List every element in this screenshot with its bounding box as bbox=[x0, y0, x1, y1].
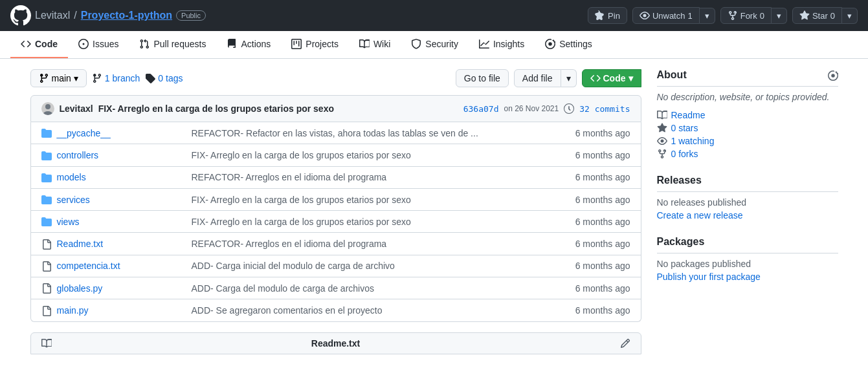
file-link[interactable]: Readme.txt bbox=[57, 239, 104, 249]
wiki-tab-icon bbox=[359, 39, 370, 49]
branch-dropdown-icon: ▾ bbox=[74, 73, 78, 83]
table-row: Readme.txt REFACTOR- Arreglos en el idio… bbox=[31, 233, 641, 255]
unwatch-count: 1 bbox=[687, 11, 692, 21]
branch-name: main bbox=[52, 73, 71, 83]
unwatch-dropdown-button[interactable]: ▾ bbox=[700, 8, 715, 24]
table-row: models REFACTOR- Arreglos en el idioma d… bbox=[31, 167, 641, 189]
readme-header: Readme.txt bbox=[30, 332, 641, 354]
branch-selector[interactable]: main ▾ bbox=[30, 69, 87, 87]
releases-heading: Releases bbox=[657, 175, 838, 192]
add-file-button[interactable]: Add file bbox=[514, 69, 561, 87]
actions-tab-icon bbox=[227, 39, 237, 49]
tab-issues[interactable]: Issues bbox=[68, 31, 129, 58]
svg-point-0 bbox=[45, 104, 50, 109]
releases-section: Releases No releases published Create a … bbox=[657, 175, 838, 221]
tags-count-link[interactable]: 0 tags bbox=[158, 73, 183, 83]
file-time-cell: 6 months ago bbox=[575, 150, 630, 160]
file-commit-cell: REFACTOR- Refactor en las vistas, ahora … bbox=[192, 128, 570, 138]
branch-count-icon bbox=[92, 73, 102, 83]
insights-tab-icon bbox=[479, 39, 489, 49]
fork-button[interactable]: Fork 0 bbox=[720, 7, 772, 24]
file-commit-cell: FIX- Arreglo en la carga de los grupos e… bbox=[192, 217, 570, 227]
folder-icon bbox=[41, 172, 52, 183]
pr-tab-icon bbox=[139, 39, 150, 49]
repo-name-link[interactable]: Proyecto-1-python bbox=[81, 10, 172, 21]
watching-link[interactable]: 1 watching bbox=[671, 136, 715, 146]
tab-pull-requests[interactable]: Pull requests bbox=[129, 31, 216, 58]
forks-link[interactable]: 0 forks bbox=[671, 149, 698, 159]
file-doc-icon bbox=[41, 238, 52, 249]
table-row: main.py ADD- Se agregaron comentarios en… bbox=[31, 299, 641, 321]
tab-security[interactable]: Security bbox=[401, 31, 469, 58]
tab-actions[interactable]: Actions bbox=[216, 31, 281, 58]
publish-package-link[interactable]: Publish your first package bbox=[657, 272, 761, 282]
readme-link[interactable]: Readme bbox=[671, 110, 706, 120]
branch-count-link[interactable]: 1 branch bbox=[105, 73, 140, 83]
file-time-cell: 6 months ago bbox=[575, 217, 630, 227]
gear-icon bbox=[828, 70, 838, 81]
file-commit-cell: ADD- Se agregaron comentarios en el proy… bbox=[192, 305, 570, 316]
file-link[interactable]: services bbox=[57, 195, 90, 205]
code-button[interactable]: Code ▾ bbox=[582, 69, 641, 87]
file-name-cell: services bbox=[57, 195, 186, 205]
github-logo-icon bbox=[10, 5, 31, 26]
readme-edit-button[interactable] bbox=[620, 338, 630, 349]
file-name-cell: globales.py bbox=[57, 283, 186, 294]
file-time-cell: 6 months ago bbox=[575, 195, 630, 205]
packages-title: Packages bbox=[657, 236, 705, 248]
tab-code[interactable]: Code bbox=[10, 31, 68, 58]
tab-issues-label: Issues bbox=[93, 39, 118, 49]
folder-icon bbox=[41, 127, 52, 138]
issues-tab-icon bbox=[78, 39, 89, 49]
file-link[interactable]: views bbox=[57, 217, 80, 227]
projects-tab-icon bbox=[291, 39, 302, 49]
commit-hash-link[interactable]: 636a07d bbox=[463, 104, 499, 114]
separator: / bbox=[74, 10, 76, 21]
tab-wiki[interactable]: Wiki bbox=[349, 31, 401, 58]
fork-stat-icon bbox=[657, 149, 667, 159]
file-link[interactable]: globales.py bbox=[57, 283, 103, 294]
about-heading: About bbox=[657, 69, 838, 87]
create-release-link[interactable]: Create a new release bbox=[657, 210, 743, 221]
file-name-cell: Readme.txt bbox=[57, 239, 186, 249]
tab-settings[interactable]: Settings bbox=[535, 31, 603, 58]
tab-projects[interactable]: Projects bbox=[281, 31, 349, 58]
fork-icon bbox=[728, 10, 738, 21]
commits-count-link[interactable]: 32 commits bbox=[579, 104, 630, 114]
file-time-cell: 6 months ago bbox=[575, 261, 630, 271]
readme-title: Readme.txt bbox=[311, 338, 360, 349]
tab-pr-label: Pull requests bbox=[153, 39, 206, 49]
repo-owner-link[interactable]: Levitaxl bbox=[35, 10, 70, 21]
file-link[interactable]: competencia.txt bbox=[57, 261, 120, 271]
star-dropdown-button[interactable]: ▾ bbox=[842, 8, 858, 24]
file-commit-cell: ADD- Carga inicial del modulo de carga d… bbox=[192, 261, 570, 271]
clock-icon bbox=[564, 103, 574, 114]
tab-insights[interactable]: Insights bbox=[469, 31, 535, 58]
file-time-cell: 6 months ago bbox=[575, 239, 630, 249]
star-button[interactable]: Star 0 bbox=[792, 7, 842, 24]
file-link[interactable]: controllers bbox=[57, 150, 99, 160]
code-button-group: Code ▾ bbox=[582, 69, 641, 87]
file-doc-icon bbox=[41, 283, 52, 294]
file-time-cell: 6 months ago bbox=[575, 305, 630, 316]
commit-date: on 26 Nov 2021 bbox=[504, 104, 559, 113]
nav-tabs: Code Issues Pull requests Actions Projec… bbox=[0, 31, 868, 59]
file-link[interactable]: __pycache__ bbox=[57, 128, 111, 138]
file-link[interactable]: main.py bbox=[57, 305, 89, 316]
unwatch-button[interactable]: Unwatch 1 bbox=[632, 7, 700, 24]
go-to-file-button[interactable]: Go to file bbox=[456, 69, 509, 87]
fork-dropdown-button[interactable]: ▾ bbox=[772, 8, 787, 24]
about-gear-button[interactable] bbox=[828, 69, 838, 81]
pin-button[interactable]: Pin bbox=[588, 7, 627, 24]
pin-label: Pin bbox=[608, 11, 620, 21]
readme-stat-icon bbox=[657, 110, 667, 120]
tab-insights-label: Insights bbox=[493, 39, 524, 49]
tab-settings-label: Settings bbox=[559, 39, 592, 49]
branch-count-info: 1 branch bbox=[92, 73, 140, 83]
file-link[interactable]: models bbox=[57, 172, 86, 182]
stars-link[interactable]: 0 stars bbox=[671, 123, 698, 133]
fork-label: Fork bbox=[740, 11, 757, 21]
tag-icon bbox=[145, 73, 155, 83]
add-file-dropdown-button[interactable]: ▾ bbox=[561, 69, 577, 87]
eye-stat-icon bbox=[657, 136, 667, 146]
